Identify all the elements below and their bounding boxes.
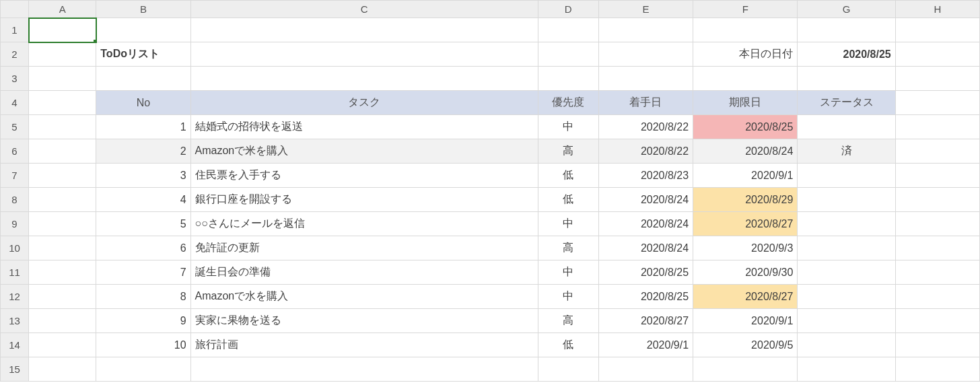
- task-no[interactable]: 2: [96, 139, 190, 164]
- cell-F3[interactable]: [693, 67, 798, 91]
- task-status[interactable]: [798, 309, 895, 333]
- cell-D15[interactable]: [538, 357, 598, 382]
- task-start[interactable]: 2020/9/1: [598, 333, 693, 357]
- task-name[interactable]: 実家に果物を送る: [190, 309, 538, 333]
- task-no[interactable]: 4: [96, 188, 190, 212]
- column-header-E[interactable]: E: [598, 1, 693, 18]
- task-start[interactable]: 2020/8/23: [598, 164, 693, 188]
- cell-H13[interactable]: [895, 309, 979, 333]
- task-due[interactable]: 2020/9/5: [693, 333, 798, 357]
- th-start[interactable]: 着手日: [598, 91, 693, 115]
- task-status[interactable]: [798, 260, 895, 285]
- task-status[interactable]: [798, 333, 895, 357]
- task-priority[interactable]: 中: [538, 212, 598, 236]
- cell-F15[interactable]: [693, 357, 798, 382]
- cell-H10[interactable]: [895, 236, 979, 260]
- cell-H14[interactable]: [895, 333, 979, 357]
- task-due[interactable]: 2020/9/1: [693, 309, 798, 333]
- cell-H8[interactable]: [895, 188, 979, 212]
- cell-A9[interactable]: [29, 212, 96, 236]
- task-no[interactable]: 7: [96, 260, 190, 285]
- cell-A8[interactable]: [29, 188, 96, 212]
- row-header-2[interactable]: 2: [1, 42, 29, 67]
- th-no[interactable]: No: [96, 91, 190, 115]
- task-due[interactable]: 2020/8/27: [693, 285, 798, 309]
- task-priority[interactable]: 中: [538, 285, 598, 309]
- task-priority[interactable]: 高: [538, 236, 598, 260]
- cell-H6[interactable]: [895, 139, 979, 164]
- cell-H3[interactable]: [895, 67, 979, 91]
- task-status[interactable]: [798, 212, 895, 236]
- cell-A7[interactable]: [29, 164, 96, 188]
- task-start[interactable]: 2020/8/24: [598, 236, 693, 260]
- cell-E3[interactable]: [598, 67, 693, 91]
- task-status[interactable]: [798, 115, 895, 139]
- row-header-15[interactable]: 15: [1, 357, 29, 382]
- row-header-4[interactable]: 4: [1, 91, 29, 115]
- cell-H7[interactable]: [895, 164, 979, 188]
- cell-A5[interactable]: [29, 115, 96, 139]
- task-name[interactable]: ○○さんにメールを返信: [190, 212, 538, 236]
- row-header-1[interactable]: 1: [1, 18, 29, 42]
- cell-D3[interactable]: [538, 67, 598, 91]
- task-name[interactable]: Amazonで米を購入: [190, 139, 538, 164]
- task-due[interactable]: 2020/8/27: [693, 212, 798, 236]
- cell-E1[interactable]: [598, 18, 693, 42]
- cell-E15[interactable]: [598, 357, 693, 382]
- th-task[interactable]: タスク: [190, 91, 538, 115]
- task-no[interactable]: 1: [96, 115, 190, 139]
- cell-H5[interactable]: [895, 115, 979, 139]
- column-header-G[interactable]: G: [798, 1, 895, 18]
- th-due[interactable]: 期限日: [693, 91, 798, 115]
- th-status[interactable]: ステータス: [798, 91, 895, 115]
- task-start[interactable]: 2020/8/24: [598, 188, 693, 212]
- task-due[interactable]: 2020/8/24: [693, 139, 798, 164]
- cell-E2[interactable]: [598, 42, 693, 67]
- task-start[interactable]: 2020/8/24: [598, 212, 693, 236]
- task-status[interactable]: [798, 285, 895, 309]
- task-name[interactable]: 旅行計画: [190, 333, 538, 357]
- task-status[interactable]: [798, 164, 895, 188]
- row-header-5[interactable]: 5: [1, 115, 29, 139]
- task-priority[interactable]: 中: [538, 115, 598, 139]
- row-header-9[interactable]: 9: [1, 212, 29, 236]
- row-header-3[interactable]: 3: [1, 67, 29, 91]
- row-header-13[interactable]: 13: [1, 309, 29, 333]
- cell-A2[interactable]: [29, 42, 96, 67]
- today-label[interactable]: 本日の日付: [693, 42, 798, 67]
- task-name[interactable]: 住民票を入手する: [190, 164, 538, 188]
- cell-C1[interactable]: [190, 18, 538, 42]
- cell-G15[interactable]: [798, 357, 895, 382]
- column-header-B[interactable]: B: [96, 1, 190, 18]
- task-status[interactable]: [798, 236, 895, 260]
- column-header-D[interactable]: D: [538, 1, 598, 18]
- task-status[interactable]: 済: [798, 139, 895, 164]
- task-due[interactable]: 2020/9/30: [693, 260, 798, 285]
- task-start[interactable]: 2020/8/27: [598, 309, 693, 333]
- cell-A10[interactable]: [29, 236, 96, 260]
- row-header-14[interactable]: 14: [1, 333, 29, 357]
- cell-B3[interactable]: [96, 67, 190, 91]
- row-header-6[interactable]: 6: [1, 139, 29, 164]
- task-priority[interactable]: 低: [538, 164, 598, 188]
- task-no[interactable]: 10: [96, 333, 190, 357]
- task-no[interactable]: 9: [96, 309, 190, 333]
- task-start[interactable]: 2020/8/25: [598, 285, 693, 309]
- cell-H9[interactable]: [895, 212, 979, 236]
- task-due[interactable]: 2020/8/29: [693, 188, 798, 212]
- cell-A13[interactable]: [29, 309, 96, 333]
- cell-B1[interactable]: [96, 18, 190, 42]
- cell-G3[interactable]: [798, 67, 895, 91]
- cell-C15[interactable]: [190, 357, 538, 382]
- cell-A1[interactable]: [29, 18, 96, 42]
- cell-H12[interactable]: [895, 285, 979, 309]
- task-name[interactable]: 銀行口座を開設する: [190, 188, 538, 212]
- task-priority[interactable]: 低: [538, 333, 598, 357]
- row-header-10[interactable]: 10: [1, 236, 29, 260]
- cell-H11[interactable]: [895, 260, 979, 285]
- task-no[interactable]: 5: [96, 212, 190, 236]
- column-header-A[interactable]: A: [29, 1, 96, 18]
- task-name[interactable]: 結婚式の招待状を返送: [190, 115, 538, 139]
- today-value[interactable]: 2020/8/25: [798, 42, 895, 67]
- cell-A15[interactable]: [29, 357, 96, 382]
